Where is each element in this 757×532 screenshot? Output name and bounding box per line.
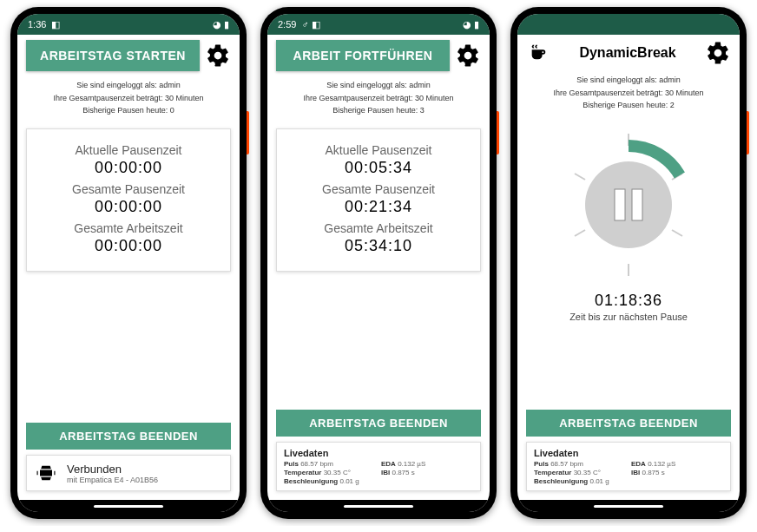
status-icons-right: ◕ ▮ xyxy=(213,19,229,30)
total-work-value: 00:00:00 xyxy=(34,237,223,255)
countdown-dial xyxy=(550,127,707,283)
ibi-label: IBI xyxy=(381,469,390,476)
pulse-label: Puls xyxy=(284,460,299,468)
nav-bar[interactable] xyxy=(17,500,240,512)
status-time: 2:59 xyxy=(278,19,296,30)
gear-icon[interactable] xyxy=(455,43,481,69)
watch-icon xyxy=(34,461,58,485)
eda-label: EDA xyxy=(631,460,646,468)
pause-today-info: Bisherige Pausen heute: 2 xyxy=(526,100,731,111)
pause-icon[interactable] xyxy=(550,127,707,283)
svg-rect-8 xyxy=(632,189,642,220)
screen: DynamicBreak Sie sind eingeloggt als: ad… xyxy=(517,14,740,512)
phone-mockup: DynamicBreak Sie sind eingeloggt als: ad… xyxy=(510,7,747,519)
livedata-title: Livedaten xyxy=(284,448,473,458)
accel-label: Beschleunigung xyxy=(284,477,338,485)
phone-mockup: 1:36 ◧ ◕ ▮ ARBEITSTAG STARTEN Sie sind e… xyxy=(10,7,247,519)
eda-value: 0.132 µS xyxy=(648,460,675,468)
gear-icon[interactable] xyxy=(705,40,731,66)
stats-card: Aktuelle Pausenzeit 00:00:00 Gesamte Pau… xyxy=(26,128,231,272)
connected-device: mit Empatica E4 - A01B56 xyxy=(67,476,158,484)
start-workday-button[interactable]: ARBEITSTAG STARTEN xyxy=(26,40,200,71)
current-pause-label: Aktuelle Pausenzeit xyxy=(284,143,473,157)
status-icons-right: ◕ ▮ xyxy=(463,19,479,30)
temp-label: Temperatur xyxy=(284,469,321,476)
total-work-label: Gesamte Arbeitszeit xyxy=(34,221,223,235)
pulse-value: 68.57 bpm xyxy=(550,460,583,468)
connected-title: Verbunden xyxy=(67,463,158,476)
pause-total-info: Ihre Gesamtpausenzeit beträgt: 30 Minute… xyxy=(26,93,231,104)
svg-rect-7 xyxy=(615,189,625,220)
pulse-label: Puls xyxy=(534,460,549,468)
total-pause-label: Gesamte Pausenzeit xyxy=(34,182,223,196)
status-icons-left: ◧ xyxy=(51,19,60,30)
status-time: 1:36 xyxy=(28,19,46,30)
eda-value: 0.132 µS xyxy=(398,460,425,468)
status-bar xyxy=(517,14,740,35)
ibi-value: 0.875 s xyxy=(642,469,664,476)
ibi-label: IBI xyxy=(631,469,640,476)
temp-value: 30.35 C° xyxy=(574,469,601,476)
status-bar: 2:59 ♂ ◧ ◕ ▮ xyxy=(267,14,490,35)
phone-mockup: 2:59 ♂ ◧ ◕ ▮ ARBEIT FORTFÜHREN Sie sind … xyxy=(260,7,497,519)
pause-today-info: Bisherige Pausen heute: 3 xyxy=(276,105,481,116)
total-work-label: Gesamte Arbeitszeit xyxy=(284,221,473,235)
continue-work-button[interactable]: ARBEIT FORTFÜHREN xyxy=(276,40,450,71)
gear-icon[interactable] xyxy=(205,43,231,69)
livedata-card: Livedaten Puls 68.57 bpm EDA 0.132 µS Te… xyxy=(526,442,731,491)
livedata-card: Livedaten Puls 68.57 bpm EDA 0.132 µS Te… xyxy=(276,442,481,491)
nav-bar[interactable] xyxy=(267,500,490,512)
login-info: Sie sind eingeloggt als: admin xyxy=(276,80,481,91)
login-info: Sie sind eingeloggt als: admin xyxy=(526,75,731,86)
pulse-value: 68.57 bpm xyxy=(300,460,333,468)
total-pause-label: Gesamte Pausenzeit xyxy=(284,182,473,196)
pause-today-info: Bisherige Pausen heute: 0 xyxy=(26,105,231,116)
livedata-title: Livedaten xyxy=(534,448,723,458)
accel-label: Beschleunigung xyxy=(534,477,588,485)
nav-bar[interactable] xyxy=(517,500,740,512)
countdown-time: 01:18:36 xyxy=(526,292,731,310)
accel-value: 0.01 g xyxy=(339,477,359,485)
end-workday-button[interactable]: ARBEITSTAG BEENDEN xyxy=(276,410,481,437)
current-pause-value: 00:00:00 xyxy=(34,159,223,177)
login-info: Sie sind eingeloggt als: admin xyxy=(26,80,231,91)
pause-total-info: Ihre Gesamtpausenzeit beträgt: 30 Minute… xyxy=(276,93,481,104)
total-work-value: 05:34:10 xyxy=(284,237,473,255)
ibi-value: 0.875 s xyxy=(392,469,414,476)
total-pause-value: 00:21:34 xyxy=(284,198,473,216)
status-icons-left: ♂ ◧ xyxy=(301,19,319,30)
total-pause-value: 00:00:00 xyxy=(34,198,223,216)
connection-card: Verbunden mit Empatica E4 - A01B56 xyxy=(26,455,231,491)
end-workday-button[interactable]: ARBEITSTAG BEENDEN xyxy=(526,410,731,437)
eda-label: EDA xyxy=(381,460,396,468)
status-bar: 1:36 ◧ ◕ ▮ xyxy=(17,14,240,35)
current-pause-label: Aktuelle Pausenzeit xyxy=(34,143,223,157)
screen: 1:36 ◧ ◕ ▮ ARBEITSTAG STARTEN Sie sind e… xyxy=(17,14,240,512)
current-pause-value: 00:05:34 xyxy=(284,159,473,177)
coffee-icon xyxy=(526,43,550,62)
accel-value: 0.01 g xyxy=(589,477,609,485)
temp-value: 30.35 C° xyxy=(324,469,351,476)
pause-total-info: Ihre Gesamtpausenzeit beträgt: 30 Minute… xyxy=(526,88,731,99)
app-title: DynamicBreak xyxy=(556,45,700,61)
stats-card: Aktuelle Pausenzeit 00:05:34 Gesamte Pau… xyxy=(276,128,481,272)
temp-label: Temperatur xyxy=(534,469,571,476)
countdown-label: Zeit bis zur nächsten Pause xyxy=(526,312,731,322)
screen: 2:59 ♂ ◧ ◕ ▮ ARBEIT FORTFÜHREN Sie sind … xyxy=(267,14,490,512)
end-workday-button[interactable]: ARBEITSTAG BEENDEN xyxy=(26,423,231,450)
